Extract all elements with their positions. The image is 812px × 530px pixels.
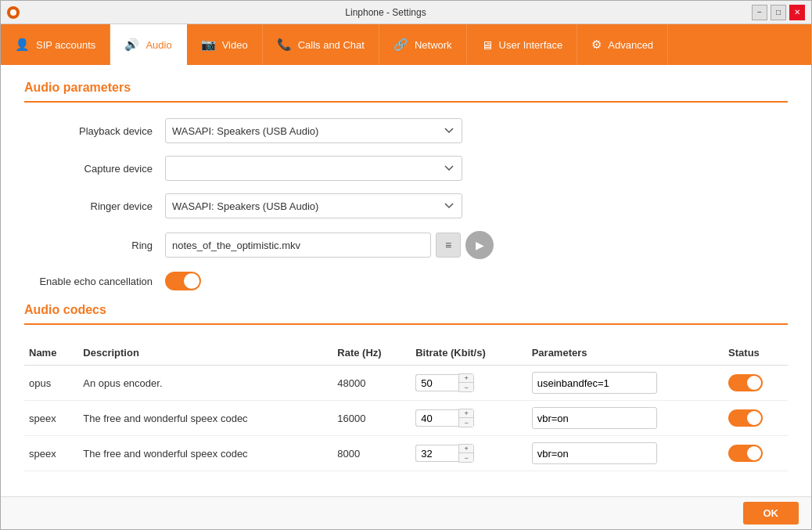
bitrate-buttons-2: + − bbox=[458, 444, 474, 463]
tab-calls-chat[interactable]: 📞 Calls and Chat bbox=[263, 24, 379, 65]
bitrate-up-1[interactable]: + bbox=[459, 409, 473, 418]
codec-params-input-0[interactable] bbox=[532, 372, 657, 394]
audio-codecs-divider bbox=[24, 323, 788, 325]
bitrate-down-2[interactable]: − bbox=[459, 453, 473, 462]
codec-desc-2: The free and wonderful speex codec bbox=[78, 436, 332, 471]
tab-calls-label: Calls and Chat bbox=[298, 39, 365, 51]
ui-icon: 🖥 bbox=[481, 38, 493, 52]
codec-table-header: Name Description Rate (Hz) Bitrate (Kbit… bbox=[24, 341, 788, 366]
codec-status-cell-0 bbox=[724, 366, 788, 401]
tab-network-label: Network bbox=[415, 39, 452, 51]
tab-audio[interactable]: 🔊 Audio bbox=[110, 24, 186, 65]
col-header-bitrate: Bitrate (Kbit/s) bbox=[411, 341, 526, 366]
calls-icon: 📞 bbox=[277, 38, 292, 52]
codec-bitrate-cell-2: + − bbox=[411, 436, 526, 471]
ring-browse-button[interactable]: ≡ bbox=[436, 233, 461, 258]
bitrate-input-0[interactable] bbox=[415, 374, 458, 391]
bitrate-input-1[interactable] bbox=[415, 409, 458, 427]
titlebar: Linphone - Settings − □ ✕ bbox=[1, 1, 811, 24]
tab-advanced-label: Advanced bbox=[608, 39, 653, 51]
audio-parameters-title: Audio parameters bbox=[24, 81, 788, 95]
codec-desc-1: The free and wonderful speex codec bbox=[78, 401, 332, 436]
audio-codecs-title: Audio codecs bbox=[24, 303, 788, 317]
ring-input[interactable] bbox=[165, 233, 431, 258]
ring-play-button[interactable]: ▶ bbox=[465, 231, 494, 259]
window-controls: − □ ✕ bbox=[752, 5, 805, 20]
audio-parameters-divider bbox=[24, 101, 788, 103]
bitrate-down-1[interactable]: − bbox=[459, 418, 473, 427]
codec-status-cell-2 bbox=[724, 436, 788, 471]
tab-advanced[interactable]: ⚙ Advanced bbox=[577, 24, 668, 65]
codec-status-toggle-2[interactable] bbox=[728, 445, 763, 462]
advanced-icon: ⚙ bbox=[591, 38, 602, 52]
codec-status-toggle-0[interactable] bbox=[728, 374, 763, 391]
network-icon: 🔗 bbox=[393, 38, 408, 52]
playback-device-label: Playback device bbox=[24, 125, 165, 137]
ringer-device-row: Ringer device WASAPI: Speakers (USB Audi… bbox=[24, 193, 788, 218]
echo-cancellation-row: Enable echo cancellation bbox=[24, 272, 788, 290]
codec-name-0: opus bbox=[24, 366, 78, 401]
codec-status-toggle-1[interactable] bbox=[728, 409, 763, 427]
minimize-button[interactable]: − bbox=[752, 5, 767, 20]
playback-device-control: WASAPI: Speakers (USB Audio) bbox=[165, 118, 462, 143]
codec-name-2: speex bbox=[24, 436, 78, 471]
svg-point-0 bbox=[10, 9, 16, 16]
tab-video[interactable]: 📷 Video bbox=[187, 24, 263, 65]
content-area: Audio parameters Playback device WASAPI:… bbox=[1, 65, 811, 496]
col-header-name: Name bbox=[24, 341, 78, 366]
col-header-rate: Rate (Hz) bbox=[332, 341, 411, 366]
playback-device-row: Playback device WASAPI: Speakers (USB Au… bbox=[24, 118, 788, 143]
play-icon: ▶ bbox=[476, 239, 484, 251]
codec-rate-0: 48000 bbox=[332, 366, 411, 401]
restore-button[interactable]: □ bbox=[771, 5, 786, 20]
table-row: speex The free and wonderful speex codec… bbox=[24, 436, 788, 471]
tab-sip-accounts[interactable]: 👤 SIP accounts bbox=[1, 24, 110, 65]
table-row: opus An opus encoder. 48000 + − bbox=[24, 366, 788, 401]
audio-codecs-section: Audio codecs Name Description Rate (Hz) … bbox=[24, 303, 788, 471]
bitrate-up-0[interactable]: + bbox=[459, 374, 473, 383]
bitrate-buttons-0: + − bbox=[458, 373, 474, 392]
footer: OK bbox=[1, 496, 811, 529]
ringer-device-select[interactable]: WASAPI: Speakers (USB Audio) bbox=[165, 193, 462, 218]
tab-sip-label: SIP accounts bbox=[36, 39, 95, 51]
codec-rate-2: 8000 bbox=[332, 436, 411, 471]
capture-device-select[interactable] bbox=[165, 156, 462, 181]
bitrate-input-2[interactable] bbox=[415, 445, 458, 462]
playback-device-select[interactable]: WASAPI: Speakers (USB Audio) bbox=[165, 118, 462, 143]
codec-params-input-1[interactable] bbox=[532, 407, 657, 429]
bitrate-wrap-0: + − bbox=[415, 373, 522, 392]
tab-user-interface[interactable]: 🖥 User Interface bbox=[467, 24, 578, 65]
bitrate-buttons-1: + − bbox=[458, 409, 474, 427]
codec-bitrate-cell-1: + − bbox=[411, 401, 526, 436]
ring-label: Ring bbox=[24, 240, 165, 251]
col-header-status: Status bbox=[724, 341, 788, 366]
echo-cancellation-toggle[interactable] bbox=[165, 272, 201, 290]
close-button[interactable]: ✕ bbox=[789, 5, 805, 20]
capture-device-label: Capture device bbox=[24, 163, 165, 175]
browse-icon: ≡ bbox=[445, 239, 451, 251]
ring-control: ≡ ▶ bbox=[165, 231, 494, 259]
main-window: Linphone - Settings − □ ✕ 👤 SIP accounts… bbox=[0, 0, 812, 530]
codec-params-cell-2 bbox=[527, 436, 724, 471]
tab-video-label: Video bbox=[222, 39, 248, 51]
table-row: speex The free and wonderful speex codec… bbox=[24, 401, 788, 436]
codec-desc-0: An opus encoder. bbox=[78, 366, 332, 401]
bitrate-wrap-2: + − bbox=[415, 444, 522, 463]
tab-network[interactable]: 🔗 Network bbox=[379, 24, 467, 65]
tab-audio-label: Audio bbox=[146, 39, 171, 51]
bitrate-down-0[interactable]: − bbox=[459, 383, 473, 391]
tab-bar: 👤 SIP accounts 🔊 Audio 📷 Video 📞 Calls a… bbox=[1, 24, 811, 65]
codec-params-cell-0 bbox=[527, 366, 724, 401]
sip-icon: 👤 bbox=[15, 38, 30, 52]
codec-status-cell-1 bbox=[724, 401, 788, 436]
window-title: Linphone - Settings bbox=[20, 7, 752, 18]
codec-params-input-2[interactable] bbox=[532, 442, 657, 464]
codec-rate-1: 16000 bbox=[332, 401, 411, 436]
echo-cancellation-label: Enable echo cancellation bbox=[24, 276, 165, 287]
bitrate-up-2[interactable]: + bbox=[459, 445, 473, 453]
capture-device-row: Capture device bbox=[24, 156, 788, 181]
codec-params-cell-1 bbox=[527, 401, 724, 436]
tab-ui-label: User Interface bbox=[499, 39, 563, 51]
ok-button[interactable]: OK bbox=[743, 502, 799, 525]
codec-bitrate-cell-0: + − bbox=[411, 366, 526, 401]
